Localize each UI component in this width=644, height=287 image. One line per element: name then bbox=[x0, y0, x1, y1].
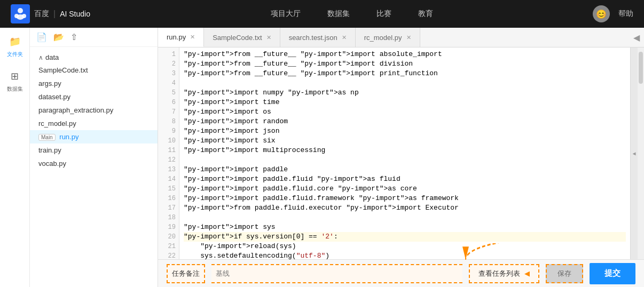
tab-runpy-close[interactable]: ✕ bbox=[190, 34, 195, 41]
file-row-rcmodel[interactable]: rc_model.py bbox=[30, 117, 158, 130]
sidebar-item-datasets[interactable]: ⊞ 数据集 bbox=[6, 69, 23, 93]
baseline-input[interactable] bbox=[211, 264, 462, 283]
chevron-icon: ∧ bbox=[38, 54, 43, 61]
scrollbar-thumb bbox=[639, 52, 643, 84]
task-note-label: 任务备注 bbox=[167, 264, 205, 283]
line-numbers: 123456789101112131415161718192021222324 bbox=[158, 47, 179, 259]
save-button[interactable]: 保存 bbox=[546, 264, 583, 283]
file-tree: 📄 📂 ⇧ ∧ data SampleCode.txt args.py data… bbox=[30, 28, 158, 287]
files-label: 文件夹 bbox=[7, 51, 23, 58]
nav-link-datasets[interactable]: 数据集 bbox=[327, 9, 350, 19]
filename-samplecode: SampleCode.txt bbox=[38, 66, 88, 74]
save-label: 保存 bbox=[557, 269, 571, 278]
file-row-vocab[interactable]: vocab.py bbox=[30, 157, 158, 170]
editor-tabs: run.py ✕ SampleCode.txt ✕ search.test.js… bbox=[158, 28, 644, 47]
tab-rcmodel-close[interactable]: ✕ bbox=[406, 34, 411, 41]
sidebar-item-files[interactable]: 📁 文件夹 bbox=[6, 34, 23, 58]
nav-link-projects[interactable]: 项目大厅 bbox=[271, 9, 301, 19]
submit-label: 提交 bbox=[604, 268, 621, 277]
file-tree-header: 📄 📂 ⇧ bbox=[30, 28, 158, 47]
left-collapse[interactable]: ◀ bbox=[630, 47, 638, 259]
logo: 百度 | AI Studio bbox=[11, 4, 90, 23]
filename-vocab: vocab.py bbox=[38, 160, 66, 168]
avatar[interactable]: 😊 bbox=[593, 5, 610, 22]
arrow-right-icon: ◀ bbox=[524, 269, 530, 277]
bottom-toolbar: 任务备注 查看任务列表 ◀ 保存 提交 bbox=[158, 259, 644, 287]
nav-right: 😊 帮助 bbox=[593, 5, 633, 22]
view-task-list-button[interactable]: 查看任务列表 ◀ bbox=[469, 264, 539, 283]
studio-text: AI Studio bbox=[60, 10, 90, 18]
baidu-icon bbox=[11, 4, 30, 23]
code-editor: 123456789101112131415161718192021222324 … bbox=[158, 47, 644, 259]
collapse-arrow[interactable]: ◀ bbox=[629, 33, 644, 43]
file-row-paragraph[interactable]: paragraph_extraction.py bbox=[30, 103, 158, 117]
filename-dataset: dataset.py bbox=[38, 93, 70, 101]
tab-rcmodel-label: rc_model.py bbox=[364, 34, 402, 42]
tab-samplecode-close[interactable]: ✕ bbox=[266, 34, 271, 41]
view-task-list-label: 查看任务列表 bbox=[478, 269, 520, 278]
tab-runpy-label: run.py bbox=[167, 33, 186, 41]
tab-samplecode[interactable]: SampleCode.txt ✕ bbox=[204, 28, 280, 47]
filename-paragraph: paragraph_extraction.py bbox=[38, 106, 113, 114]
tab-searchtest[interactable]: search.test.json ✕ bbox=[280, 28, 356, 47]
tab-rcmodel[interactable]: rc_model.py ✕ bbox=[356, 28, 420, 47]
folder-icon: 📁 bbox=[6, 34, 23, 49]
tab-searchtest-close[interactable]: ✕ bbox=[342, 34, 347, 41]
top-nav: 百度 | AI Studio 项目大厅 数据集 比赛 教育 😊 帮助 bbox=[0, 0, 644, 28]
upload-icon[interactable]: ⇧ bbox=[70, 32, 77, 42]
file-row-dataset[interactable]: dataset.py bbox=[30, 90, 158, 103]
svg-point-3 bbox=[17, 14, 24, 20]
datasets-label: 数据集 bbox=[7, 85, 23, 93]
nav-link-competition[interactable]: 比赛 bbox=[376, 9, 391, 19]
svg-point-0 bbox=[18, 8, 23, 13]
new-folder-icon[interactable]: 📂 bbox=[53, 32, 64, 42]
filename-rcmodel: rc_model.py bbox=[38, 119, 76, 127]
file-row-samplecode[interactable]: SampleCode.txt bbox=[30, 63, 158, 77]
bottom-section: 任务备注 查看任务列表 ◀ 保存 提交 bbox=[158, 259, 644, 287]
icon-strip: 📁 文件夹 ⊞ 数据集 bbox=[0, 28, 30, 287]
nav-link-education[interactable]: 教育 bbox=[418, 9, 433, 19]
code-content[interactable]: "py-import">from __future__ "py-import">… bbox=[179, 47, 630, 259]
filename-train: train.py bbox=[38, 146, 61, 154]
folder-row-data[interactable]: ∧ data bbox=[30, 51, 158, 63]
tab-searchtest-label: search.test.json bbox=[289, 34, 337, 42]
main-badge: Main bbox=[38, 134, 56, 141]
folder-name: data bbox=[45, 53, 59, 61]
file-row-args[interactable]: args.py bbox=[30, 77, 158, 90]
scrollbar[interactable] bbox=[638, 47, 644, 259]
main-layout: 📁 文件夹 ⊞ 数据集 📄 📂 ⇧ ∧ data SampleCode.txt … bbox=[0, 28, 644, 287]
submit-button[interactable]: 提交 bbox=[590, 263, 635, 284]
nav-links: 项目大厅 数据集 比赛 教育 bbox=[112, 9, 593, 19]
new-file-icon[interactable]: 📄 bbox=[36, 32, 47, 42]
filename-args: args.py bbox=[38, 79, 61, 87]
logo-divider: | bbox=[53, 9, 56, 19]
baidu-text: 百度 bbox=[34, 9, 49, 19]
editor-area: run.py ✕ SampleCode.txt ✕ search.test.js… bbox=[158, 28, 644, 287]
filename-runpy: run.py bbox=[59, 133, 78, 141]
file-row-runpy[interactable]: Main run.py bbox=[30, 130, 158, 144]
file-tree-content: ∧ data SampleCode.txt args.py dataset.py… bbox=[30, 47, 158, 287]
file-row-train[interactable]: train.py bbox=[30, 144, 158, 157]
tab-runpy[interactable]: run.py ✕ bbox=[158, 28, 204, 47]
grid-icon: ⊞ bbox=[6, 69, 23, 84]
help-link[interactable]: 帮助 bbox=[618, 9, 633, 19]
tab-samplecode-label: SampleCode.txt bbox=[213, 34, 262, 42]
